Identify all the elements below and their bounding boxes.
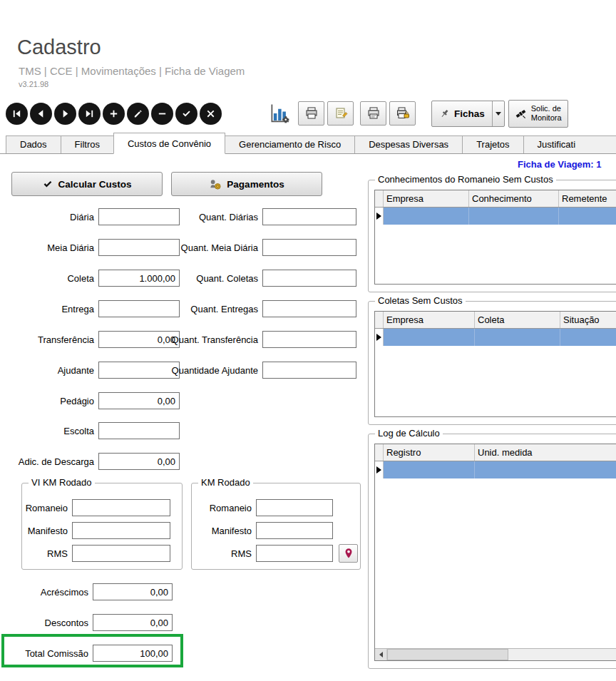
column-header-registro[interactable]: Registro bbox=[384, 444, 475, 461]
vi-romaneio-input[interactable] bbox=[72, 499, 170, 516]
adic-descarga-input[interactable]: 0,00 bbox=[98, 453, 180, 470]
column-header-coleta[interactable]: Coleta bbox=[475, 312, 560, 328]
nav-last-button[interactable] bbox=[78, 103, 101, 125]
adic-descarga-label: Adic. de Descarga bbox=[0, 456, 98, 467]
notes-button[interactable] bbox=[327, 101, 354, 126]
form-row: Escolta bbox=[0, 422, 180, 439]
column-header-situacao[interactable]: Situação bbox=[560, 312, 616, 328]
grid-header-row: Registro Unid. medida bbox=[375, 444, 616, 461]
column-header-conhecimento[interactable]: Conhecimento bbox=[469, 190, 559, 207]
fichas-button[interactable]: Fichas bbox=[431, 101, 505, 127]
grid-header-row: Empresa Conhecimento Remetente bbox=[375, 190, 616, 208]
form-row: Quantidade Ajudante bbox=[170, 362, 356, 379]
solic-monitora-button[interactable]: Solic. de Monitora bbox=[508, 100, 568, 128]
fichas-dropdown-button[interactable] bbox=[492, 101, 504, 126]
cancel-button[interactable] bbox=[200, 103, 222, 125]
group-km-rodado: KM Rodado Romaneio Manifesto RMS bbox=[191, 483, 361, 570]
escolta-input[interactable] bbox=[98, 422, 180, 439]
print-report-button[interactable] bbox=[360, 101, 386, 126]
form-row: Quant. Coletas bbox=[170, 270, 356, 287]
tab-gerenciamento-de-risco[interactable]: Gerenciamento de Risco bbox=[225, 135, 355, 153]
scrollbar-thumb[interactable] bbox=[387, 649, 508, 660]
report-printer-icon bbox=[366, 106, 381, 121]
grid-cell bbox=[384, 208, 469, 225]
form-row: Quant. Entregas bbox=[170, 300, 356, 317]
calcular-custos-button[interactable]: Calcular Custos bbox=[11, 172, 163, 196]
acrescimos-label: Acréscimos bbox=[0, 587, 93, 598]
print-protected-button[interactable] bbox=[389, 101, 416, 126]
remove-record-button[interactable] bbox=[151, 103, 173, 125]
column-header-empresa[interactable]: Empresa bbox=[384, 312, 475, 328]
total-comissao-input[interactable]: 100,00 bbox=[93, 645, 173, 662]
confirm-icon bbox=[181, 108, 192, 119]
vi-rms-input[interactable] bbox=[72, 545, 170, 562]
transferencia-label: Transferência bbox=[0, 334, 98, 345]
row-indicator-cell bbox=[375, 208, 384, 225]
quant-entregas-input[interactable] bbox=[262, 300, 356, 317]
selected-grid-row[interactable] bbox=[375, 329, 616, 346]
ajudante-input[interactable] bbox=[98, 362, 180, 379]
scroll-left-arrow-icon bbox=[379, 652, 383, 657]
quant-diarias-input[interactable] bbox=[262, 208, 356, 225]
total-comissao-label: Total Comissão bbox=[0, 648, 93, 659]
tab-despesas-diversas[interactable]: Despesas Diversas bbox=[354, 135, 463, 153]
transferencia-input[interactable]: 0,00 bbox=[98, 331, 180, 348]
km-manifesto-input[interactable] bbox=[256, 522, 333, 539]
grid-header-row: Empresa Coleta Situação bbox=[375, 312, 616, 329]
pagamentos-button[interactable]: Pagamentos bbox=[171, 172, 322, 196]
tab-trajetos[interactable]: Trajetos bbox=[462, 135, 523, 153]
edit-record-button[interactable] bbox=[127, 103, 149, 125]
tab-strip: Dados Filtros Custos de Convênio Gerenci… bbox=[0, 133, 616, 154]
selected-grid-row[interactable] bbox=[375, 461, 616, 478]
nav-next-icon bbox=[60, 108, 71, 119]
km-romaneio-input[interactable] bbox=[256, 499, 333, 516]
vi-rms-label: RMS bbox=[25, 548, 72, 559]
scroll-left-button[interactable] bbox=[375, 649, 387, 660]
quantidade-ajudante-input[interactable] bbox=[262, 362, 356, 379]
pedagio-label: Pedágio bbox=[0, 396, 98, 406]
horizontal-scrollbar[interactable] bbox=[375, 648, 616, 660]
column-header-remetente[interactable]: Remetente bbox=[559, 190, 616, 207]
add-icon bbox=[108, 108, 119, 119]
acrescimos-input[interactable]: 0,00 bbox=[93, 583, 173, 600]
pedagio-input[interactable]: 0,00 bbox=[98, 392, 180, 409]
quantidade-ajudante-label: Quantidade Ajudante bbox=[170, 365, 262, 376]
nav-first-button[interactable] bbox=[6, 103, 28, 125]
chart-settings-button[interactable] bbox=[267, 101, 292, 126]
quant-transferencia-input[interactable] bbox=[262, 331, 356, 348]
form-row: Manifesto bbox=[25, 522, 170, 539]
entrega-input[interactable] bbox=[98, 300, 180, 317]
tab-custos-de-convenio[interactable]: Custos de Convênio bbox=[113, 133, 225, 154]
diaria-input[interactable] bbox=[98, 208, 180, 225]
descontos-input[interactable]: 0,00 bbox=[93, 614, 173, 631]
km-rms-input[interactable] bbox=[256, 545, 333, 562]
tab-filtros[interactable]: Filtros bbox=[61, 135, 114, 153]
form-row: Total Comissão 100,00 bbox=[0, 645, 173, 662]
nav-prev-button[interactable] bbox=[30, 103, 52, 125]
confirm-button[interactable] bbox=[175, 103, 197, 125]
quant-transferencia-label: Quant. Transferência bbox=[170, 334, 262, 345]
meia-diaria-input[interactable] bbox=[98, 239, 180, 256]
ficha-de-viagem-value: 1 bbox=[596, 159, 601, 170]
form-row: Quant. Diárias bbox=[170, 208, 356, 225]
grid-empty-area bbox=[375, 346, 616, 416]
selected-grid-row[interactable] bbox=[375, 208, 616, 225]
page-title: Cadastro bbox=[17, 36, 101, 59]
quant-coletas-input[interactable] bbox=[262, 270, 356, 287]
nav-prev-icon bbox=[36, 108, 46, 119]
map-location-button[interactable] bbox=[339, 544, 358, 563]
add-record-button[interactable] bbox=[103, 103, 125, 125]
escolta-label: Escolta bbox=[0, 426, 98, 436]
satellite-icon bbox=[515, 108, 527, 120]
column-header-unid-medida[interactable]: Unid. medida bbox=[475, 444, 616, 461]
coleta-input[interactable]: 1.000,00 bbox=[98, 270, 180, 287]
column-header-empresa[interactable]: Empresa bbox=[384, 190, 469, 207]
quant-meia-diaria-input[interactable] bbox=[262, 239, 356, 256]
print-button[interactable] bbox=[298, 101, 324, 126]
grid-cell bbox=[560, 329, 616, 346]
tab-dados[interactable]: Dados bbox=[6, 135, 61, 153]
vi-manifesto-input[interactable] bbox=[72, 522, 170, 539]
nav-next-button[interactable] bbox=[54, 103, 76, 125]
grid-indicator-header bbox=[375, 444, 384, 461]
tab-justificativas[interactable]: Justificati bbox=[523, 135, 616, 153]
